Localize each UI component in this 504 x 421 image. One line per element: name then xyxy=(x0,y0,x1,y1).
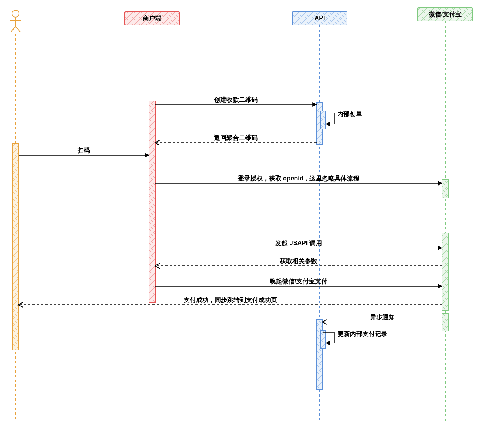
svg-text:更新内部支付记录: 更新内部支付记录 xyxy=(338,331,387,337)
msg-jsapi: 发起 JSAPI 调用 xyxy=(155,240,442,248)
msg-update-record: 更新内部支付记录 xyxy=(323,331,387,343)
activation-merchant-1 xyxy=(149,101,155,303)
sequence-diagram: 商户端 API 微信/支付宝 创建收款二维码 内部创单 xyxy=(0,0,504,421)
svg-text:内部创单: 内部创单 xyxy=(337,111,362,117)
svg-line-8 xyxy=(16,27,20,32)
activation-api-2b xyxy=(320,331,326,348)
svg-text:扫码: 扫码 xyxy=(77,147,90,154)
participant-wxali: 微信/支付宝 xyxy=(418,8,472,421)
wxali-label: 微信/支付宝 xyxy=(428,11,462,18)
msg-create-qr: 创建收款二维码 xyxy=(155,96,317,104)
merchant-label: 商户端 xyxy=(142,15,161,21)
svg-text:获取相关参数: 获取相关参数 xyxy=(279,258,318,264)
activation-wxali-2 xyxy=(442,233,448,310)
activation-api-1b xyxy=(320,111,326,129)
msg-return-qr: 返回聚合二维码 xyxy=(155,134,317,143)
svg-text:支付成功，同步跳转到支付成功页: 支付成功，同步跳转到支付成功页 xyxy=(183,297,277,303)
svg-point-4 xyxy=(12,10,19,17)
svg-text:登录授权，获取 openid，这里忽略具体流程: 登录授权，获取 openid，这里忽略具体流程 xyxy=(237,175,360,182)
activation-wxali-1 xyxy=(442,179,448,198)
svg-text:发起 JSAPI 调用: 发起 JSAPI 调用 xyxy=(275,240,322,246)
svg-text:唤起微信/支付宝支付: 唤起微信/支付宝支付 xyxy=(270,278,327,285)
svg-text:创建收款二维码: 创建收款二维码 xyxy=(214,96,258,103)
api-label: API xyxy=(315,15,325,21)
msg-auth-openid: 登录授权，获取 openid，这里忽略具体流程 xyxy=(155,175,442,183)
svg-line-7 xyxy=(11,27,16,32)
msg-get-params: 获取相关参数 xyxy=(155,258,442,266)
activation-user-1 xyxy=(12,143,19,350)
msg-scan: 扫码 xyxy=(19,147,149,155)
msg-internal-order: 内部创单 xyxy=(323,111,362,124)
activation-wxali-3 xyxy=(442,314,448,331)
msg-async-notify: 异步通知 xyxy=(323,314,442,322)
svg-text:返回聚合二维码: 返回聚合二维码 xyxy=(214,134,258,141)
svg-text:异步通知: 异步通知 xyxy=(370,314,395,320)
msg-pay-success-sync: 支付成功，同步跳转到支付成功页 xyxy=(19,297,442,305)
msg-invoke-pay: 唤起微信/支付宝支付 xyxy=(155,278,442,286)
